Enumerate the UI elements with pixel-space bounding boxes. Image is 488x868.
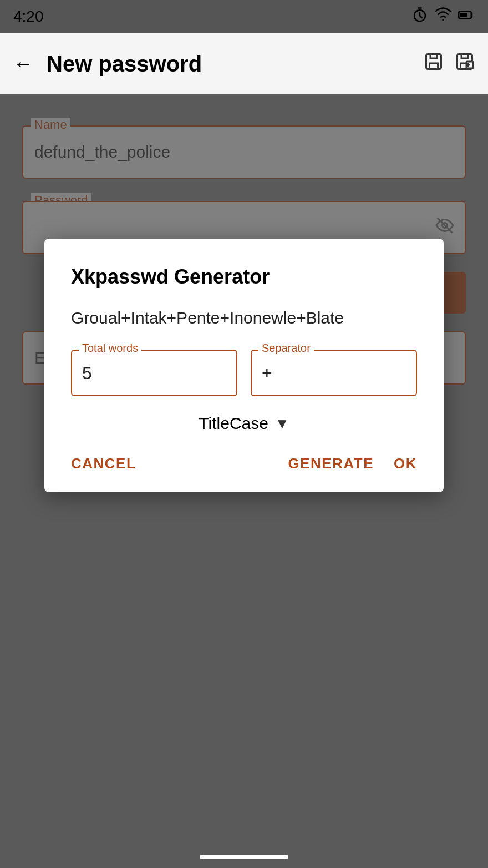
case-dropdown[interactable]: TitleCase ▼ [199, 414, 289, 433]
separator-label: Separator [258, 342, 314, 355]
svg-point-1 [442, 19, 444, 21]
chevron-down-icon: ▼ [275, 415, 289, 432]
separator-input[interactable] [251, 350, 417, 396]
home-indicator [200, 855, 288, 859]
page-title: New password [47, 52, 410, 77]
dialog-overlay: Xkpasswd Generator Groual+Intak+Pente+In… [0, 94, 488, 868]
dialog-generate-button[interactable]: GENERATE [288, 455, 374, 472]
case-dropdown-value: TitleCase [199, 414, 268, 433]
total-words-label: Total words [79, 342, 141, 355]
svg-rect-4 [426, 54, 441, 69]
status-bar: 4:20 [0, 0, 488, 33]
status-icons [411, 7, 475, 27]
wifi-icon [435, 7, 451, 27]
save-as-icon[interactable] [455, 52, 475, 76]
separator-field: Separator [251, 350, 417, 396]
case-dropdown-row: TitleCase ▼ [71, 414, 417, 433]
app-bar: ← New password [0, 33, 488, 94]
generated-password: Groual+Intak+Pente+Inonewle+Blate [71, 306, 417, 330]
save-icon[interactable] [424, 52, 444, 76]
status-time: 4:20 [13, 8, 44, 26]
ok-button[interactable]: OK [394, 455, 417, 472]
dialog-actions: CANCEL GENERATE OK [71, 455, 417, 472]
svg-rect-5 [430, 63, 438, 69]
timer-icon [411, 7, 428, 27]
battery-icon [458, 7, 475, 27]
back-button[interactable]: ← [13, 54, 33, 74]
total-words-field: Total words [71, 350, 237, 396]
cancel-button[interactable]: CANCEL [71, 455, 136, 472]
svg-rect-3 [460, 13, 467, 17]
dialog-right-actions: GENERATE OK [288, 455, 417, 472]
dialog-title: Xkpasswd Generator [71, 265, 417, 289]
dialog-fields: Total words Separator [71, 350, 417, 396]
total-words-input[interactable] [71, 350, 237, 396]
xkpasswd-dialog: Xkpasswd Generator Groual+Intak+Pente+In… [44, 239, 444, 492]
app-bar-actions [424, 52, 475, 76]
